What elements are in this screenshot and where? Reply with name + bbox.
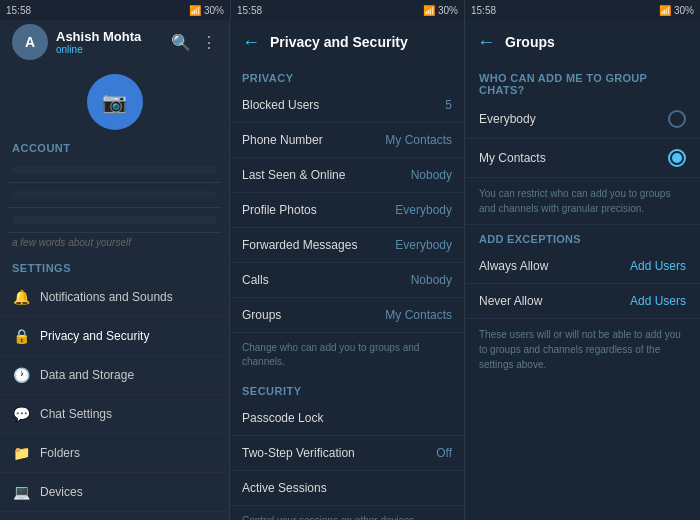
last-seen-label: Last Seen & Online — [242, 168, 345, 182]
groups-title: Groups — [505, 34, 555, 50]
avatar: A — [12, 24, 48, 60]
groups-item[interactable]: Groups My Contacts — [230, 298, 464, 333]
privacy-label: Privacy and Security — [40, 329, 149, 343]
user-info: Ashish Mohta online — [56, 29, 141, 55]
twostep-item[interactable]: Two-Step Verification Off — [230, 436, 464, 471]
camera-button[interactable]: 📷 — [87, 74, 143, 130]
forwarded-messages-value: Everybody — [395, 238, 452, 252]
calls-label: Calls — [242, 273, 269, 287]
notifications-label: Notifications and Sounds — [40, 290, 173, 304]
battery-left: 30% — [204, 5, 224, 16]
never-allow-row[interactable]: Never Allow Add Users — [465, 284, 700, 319]
settings-label: Settings — [0, 256, 229, 278]
back-button-groups[interactable]: ← — [477, 32, 495, 53]
sidebar-item-data[interactable]: 🕐 Data and Storage — [0, 356, 229, 395]
signal-icon-right: 📶 — [659, 5, 671, 16]
never-add-users-link[interactable]: Add Users — [630, 294, 686, 308]
privacy-section-header: Privacy — [230, 64, 464, 88]
camera-area: 📷 — [0, 64, 229, 136]
blocked-users-value: 5 — [445, 98, 452, 112]
sidebar-header: A Ashish Mohta online 🔍 ⋮ — [0, 20, 229, 64]
data-label: Data and Storage — [40, 368, 134, 382]
profile-photos-value: Everybody — [395, 203, 452, 217]
privacy-title: Privacy and Security — [270, 34, 408, 50]
security-section-header: Security — [230, 377, 464, 401]
bio-text: a few words about yourself — [0, 233, 229, 256]
calls-value: Nobody — [411, 273, 452, 287]
status-time-left: 15:58 — [6, 5, 31, 16]
calls-item[interactable]: Calls Nobody — [230, 263, 464, 298]
menu-icon[interactable]: ⋮ — [201, 33, 217, 52]
search-icon[interactable]: 🔍 — [171, 33, 191, 52]
folders-label: Folders — [40, 446, 80, 460]
battery-middle: 30% — [438, 5, 458, 16]
folders-icon: 📁 — [12, 444, 30, 462]
mycontacts-radio[interactable] — [668, 149, 686, 167]
account-items — [0, 158, 229, 233]
phone-number-label: Phone Number — [242, 133, 323, 147]
granular-text: You can restrict who can add you to grou… — [465, 178, 700, 225]
user-name: Ashish Mohta — [56, 29, 141, 44]
passcode-item[interactable]: Passcode Lock — [230, 401, 464, 436]
phone-number-item[interactable]: Phone Number My Contacts — [230, 123, 464, 158]
privacy-panel: ← Privacy and Security Privacy Blocked U… — [230, 20, 465, 520]
status-time-right: 15:58 — [471, 5, 496, 16]
back-button-privacy[interactable]: ← — [242, 32, 260, 53]
groups-value: My Contacts — [385, 308, 452, 322]
account-label: Account — [0, 136, 229, 158]
profile-photos-item[interactable]: Profile Photos Everybody — [230, 193, 464, 228]
data-icon: 🕐 — [12, 366, 30, 384]
camera-icon: 📷 — [102, 90, 127, 114]
status-time-middle: 15:58 — [237, 5, 262, 16]
sessions-info-text: Control your sessions on other devices. — [230, 506, 464, 520]
sessions-item[interactable]: Active Sessions — [230, 471, 464, 506]
groups-question: Who can add me to group chats? — [465, 64, 700, 100]
mycontacts-label: My Contacts — [479, 151, 546, 165]
forwarded-messages-label: Forwarded Messages — [242, 238, 357, 252]
notifications-icon: 🔔 — [12, 288, 30, 306]
bottom-info-text: These users will or will not be able to … — [465, 319, 700, 380]
sidebar-item-privacy[interactable]: 🔒 Privacy and Security — [0, 317, 229, 356]
last-seen-value: Nobody — [411, 168, 452, 182]
devices-label: Devices — [40, 485, 83, 499]
sidebar-item-folders[interactable]: 📁 Folders — [0, 434, 229, 473]
always-allow-label: Always Allow — [479, 259, 548, 273]
settings-menu: 🔔 Notifications and Sounds 🔒 Privacy and… — [0, 278, 229, 520]
last-seen-item[interactable]: Last Seen & Online Nobody — [230, 158, 464, 193]
phone-number-value: My Contacts — [385, 133, 452, 147]
exceptions-header: Add exceptions — [465, 225, 700, 249]
signal-icon-middle: 📶 — [423, 5, 435, 16]
forwarded-messages-item[interactable]: Forwarded Messages Everybody — [230, 228, 464, 263]
profile-photos-label: Profile Photos — [242, 203, 317, 217]
groups-info-text: Change who can add you to groups and cha… — [230, 333, 464, 377]
never-allow-label: Never Allow — [479, 294, 542, 308]
devices-icon: 💻 — [12, 483, 30, 501]
privacy-icon: 🔒 — [12, 327, 30, 345]
sidebar-item-language[interactable]: 🌐 Language — [0, 512, 229, 520]
sidebar-item-chat[interactable]: 💬 Chat Settings — [0, 395, 229, 434]
groups-panel: ← Groups Who can add me to group chats? … — [465, 20, 700, 520]
blocked-users-label: Blocked Users — [242, 98, 319, 112]
twostep-value: Off — [436, 446, 452, 460]
always-allow-row[interactable]: Always Allow Add Users — [465, 249, 700, 284]
user-status: online — [56, 44, 141, 55]
chat-icon: 💬 — [12, 405, 30, 423]
twostep-label: Two-Step Verification — [242, 446, 355, 460]
chat-label: Chat Settings — [40, 407, 112, 421]
battery-right: 30% — [674, 5, 694, 16]
passcode-label: Passcode Lock — [242, 411, 323, 425]
always-add-users-link[interactable]: Add Users — [630, 259, 686, 273]
signal-icon-left: 📶 — [189, 5, 201, 16]
privacy-header: ← Privacy and Security — [230, 20, 464, 64]
groups-label: Groups — [242, 308, 281, 322]
sidebar-item-notifications[interactable]: 🔔 Notifications and Sounds — [0, 278, 229, 317]
sidebar-panel: A Ashish Mohta online 🔍 ⋮ 📷 Account a fe… — [0, 20, 230, 520]
everybody-radio[interactable] — [668, 110, 686, 128]
sidebar-item-devices[interactable]: 💻 Devices — [0, 473, 229, 512]
radio-mycontacts[interactable]: My Contacts — [465, 139, 700, 178]
sessions-label: Active Sessions — [242, 481, 327, 495]
groups-header: ← Groups — [465, 20, 700, 64]
blocked-users-item[interactable]: Blocked Users 5 — [230, 88, 464, 123]
radio-everybody[interactable]: Everybody — [465, 100, 700, 139]
everybody-label: Everybody — [479, 112, 536, 126]
